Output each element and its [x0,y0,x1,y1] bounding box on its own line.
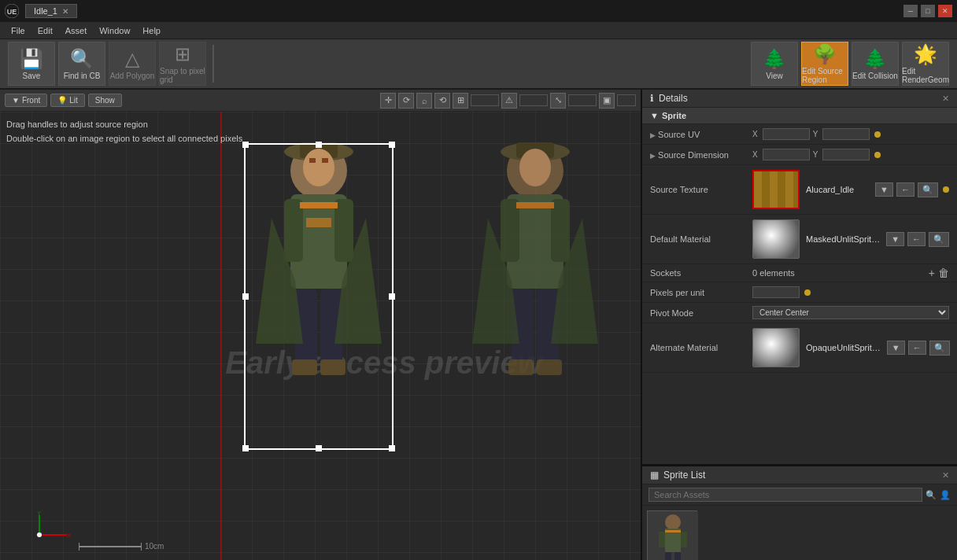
x-label-uv: X [752,130,758,138]
edit-source-label: Edit Source Region [802,67,848,84]
sockets-add-btn[interactable]: + [929,267,935,279]
rotate-tool[interactable]: ⟲ [434,93,450,109]
source-dim-y-input[interactable]: 47.0 [822,149,870,160]
menu-asset[interactable]: Asset [59,24,94,37]
viewport-toolbar: ▼ Front 💡 Lit Show ✛ ⟳ ⌕ ⟲ ⊞ 10 ⚠ 10° ⤡ … [0,90,641,112]
vertical-guide [220,112,222,560]
source-uv-value: X 3.0 Y 2.0 [752,128,949,140]
sprite-item[interactable] [647,510,697,560]
sprite-character-2 [456,139,614,454]
snap-amount-input[interactable]: 10 [471,94,499,106]
viewport-tools: ✛ ⟳ ⌕ ⟲ ⊞ 10 ⚠ 10° ⤡ 0.25 ▣ 4 [380,93,636,109]
user-icon: 👤 [940,490,951,500]
selection-box [244,143,394,450]
pivot-mode-select[interactable]: Center Center [752,306,949,319]
grid-tool[interactable]: ⊞ [453,93,468,109]
alternate-material-thumb [752,328,800,367]
pixels-per-unit-value: 1.28 [752,286,949,298]
source-texture-dropdown-btn[interactable]: ▼ [875,182,893,197]
source-uv-x-input[interactable]: 3.0 [763,128,810,140]
menu-help[interactable]: Help [136,24,167,37]
source-dim-x-input[interactable]: 23.0 [763,149,810,160]
source-texture-back-btn[interactable]: ← [896,182,915,197]
alternate-material-find-btn[interactable]: 🔍 [929,341,950,356]
edit-rendergeom-button[interactable]: 🌟 Edit RenderGeom [902,42,949,86]
find-in-cb-button[interactable]: 🔍 Find in CB [58,42,105,86]
show-dropdown[interactable]: Show [88,94,122,107]
angle-input[interactable]: 10° [519,94,548,106]
lit-label: Lit [69,96,78,105]
add-polygon-button[interactable]: △ Add Polygon [109,42,156,86]
svg-rect-39 [785,171,793,209]
menu-window[interactable]: Window [93,24,136,37]
pixels-per-unit-label: Pixels per unit [650,288,752,297]
polygon-icon: △ [125,48,139,70]
move-tool[interactable]: ✛ [380,93,396,109]
source-dim-expand[interactable]: ▶ [650,152,656,160]
sprite-list-close-icon[interactable]: ✕ [942,470,949,481]
handle-tm[interactable] [316,142,322,148]
default-material-name: MaskedUnlitSprit… [806,234,880,244]
x-label-dim: X [752,150,758,159]
snap-label: Snap to pixel grid [160,67,205,84]
handle-ml[interactable] [242,293,249,300]
sockets-row: Sockets 0 elements + 🗑 [642,264,957,282]
alternate-material-dropdown-btn[interactable]: ▼ [887,341,905,355]
sockets-delete-btn[interactable]: 🗑 [938,267,949,279]
details-title-text: Details [659,93,688,104]
minimize-button[interactable]: ─ [903,5,918,17]
viewport-canvas[interactable]: Drag handles to adjust source region Dou… [0,112,641,560]
svg-text:X: X [67,532,71,539]
edit-collision-label: Edit Collision [852,72,898,80]
handle-br[interactable] [389,445,395,451]
menu-edit[interactable]: Edit [31,24,59,37]
source-uv-y-input[interactable]: 2.0 [822,128,870,140]
orbit-tool[interactable]: ⟳ [398,93,414,109]
alternate-material-back-btn[interactable]: ← [908,341,926,355]
handle-mr[interactable] [389,293,395,300]
lit-dropdown[interactable]: 💡 Lit [50,94,85,107]
close-window-button[interactable]: ✕ [938,5,952,17]
handle-tl[interactable] [242,142,249,148]
origin-marker: X Y [24,511,71,544]
search-assets-input[interactable] [648,488,922,502]
details-close-icon[interactable]: ✕ [942,94,949,104]
menu-file[interactable]: File [5,24,31,37]
zoom-tool[interactable]: ⌕ [416,93,432,109]
svg-point-28 [519,149,551,186]
default-material-back-btn[interactable]: ← [907,232,926,246]
edit-source-icon: 🌳 [813,43,837,65]
search-bar: 🔍 👤 [642,484,957,506]
pixels-per-unit-input[interactable]: 1.28 [752,286,800,298]
perspective-dropdown[interactable]: ▼ Front [5,94,47,107]
mode-toolbar: 🌲 View 🌳 Edit Source Region 🌲 Edit Colli… [751,42,949,86]
res-input[interactable]: 4 [617,94,636,106]
default-material-dropdown-btn[interactable]: ▼ [886,232,904,246]
source-texture-find-btn[interactable]: 🔍 [918,182,938,197]
source-uv-text: Source UV [658,130,700,139]
main-area: ▼ Front 💡 Lit Show ✛ ⟳ ⌕ ⟲ ⊞ 10 ⚠ 10° ⤡ … [0,90,957,560]
source-dim-text: Source Dimension [658,150,729,160]
sprite-section-header[interactable]: ▼ Sprite [642,108,957,124]
default-material-thumb [752,219,800,259]
snap-to-pixel-button[interactable]: ⊞ Snap to pixel grid [159,42,206,86]
view-mode-button[interactable]: 🌲 View [751,42,798,86]
source-uv-row: ▶ Source UV X 3.0 Y 2.0 [642,124,957,145]
save-button[interactable]: 💾 Save [8,42,55,86]
handle-bm[interactable] [316,445,322,451]
handle-bl[interactable] [242,445,249,451]
scale-input[interactable]: 0.25 [568,94,597,106]
maximize-button[interactable]: □ [921,5,935,17]
active-tab[interactable]: Idle_1 ✕ [25,4,77,18]
edit-source-region-button[interactable]: 🌳 Edit Source Region [801,42,848,86]
default-material-find-btn[interactable]: 🔍 [929,232,949,247]
pixels-per-unit-dot [804,289,811,296]
perspective-label: Front [22,96,40,105]
source-uv-label: ▶ Source UV [650,130,752,139]
tab-close-icon[interactable]: ✕ [62,7,68,16]
edit-collision-button[interactable]: 🌲 Edit Collision [852,42,899,86]
svg-text:UE: UE [7,8,17,16]
handle-tr[interactable] [389,142,395,148]
source-uv-expand[interactable]: ▶ [650,131,656,139]
y-label-dim: Y [813,150,818,159]
